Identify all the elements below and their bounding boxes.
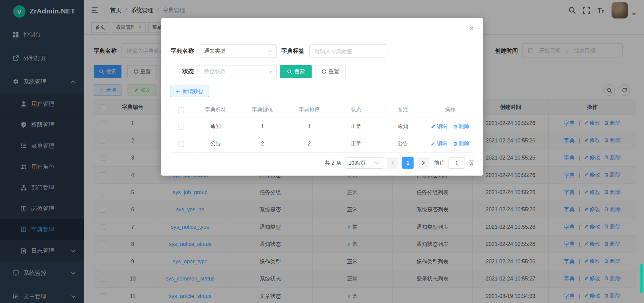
action-delete-link[interactable]: 删除 — [453, 123, 469, 130]
modal-col-header: 备注 — [379, 102, 426, 118]
dict-name-select-value: 通知类型 — [204, 47, 226, 55]
action-delete-link[interactable]: 删除 — [453, 140, 469, 147]
close-icon[interactable]: × — [469, 24, 474, 32]
dict-label-input[interactable] — [309, 44, 387, 57]
cell-dict-value: 2 — [239, 135, 286, 152]
modal-table-row: 公告 2 2 正常 公告 编辑 删除 — [170, 135, 474, 152]
modal-reset-button[interactable]: 重置 — [315, 65, 346, 78]
cell-dict-sort: 1 — [286, 118, 333, 135]
chevron-right-icon — [421, 161, 425, 166]
modal-dict-label-label: 字典标签 — [277, 47, 309, 55]
dict-data-table: 字典标签字典键值字典排序状态备注操作 通知 1 1 正常 通知 — [170, 102, 474, 153]
pagination-total: 共 2 条 — [325, 159, 341, 167]
cell-status: 正常 — [333, 135, 380, 152]
page-1-button[interactable]: 1 — [402, 157, 414, 169]
scrollbar-thumb[interactable] — [640, 264, 643, 293]
plus-icon — [175, 89, 180, 94]
app-window: V ZrAdmin.NET 控制台 外部打开 系统管理 — [0, 0, 644, 303]
chevron-left-icon — [391, 161, 394, 166]
modal-status-label: 状态 — [170, 68, 199, 75]
modal-table-header-row: 字典标签字典键值字典排序状态备注操作 — [170, 102, 474, 118]
cell-dict-sort: 2 — [286, 135, 333, 152]
dict-data-dialog: × 字典名称 通知类型 字典标签 状态 数据状态 搜索 重置 — [161, 18, 483, 176]
pencil-icon — [431, 141, 435, 146]
modal-col-header: 字典标签 — [192, 102, 239, 118]
modal-col-header: 字典排序 — [286, 102, 333, 118]
page-unit-label: 页 — [469, 159, 474, 167]
action-edit-link[interactable]: 编辑 — [431, 123, 447, 130]
cell-remark: 公告 — [379, 135, 426, 152]
goto-page-input[interactable] — [448, 157, 465, 169]
search-icon — [287, 69, 292, 74]
pencil-icon — [431, 124, 435, 128]
cell-status: 正常 — [333, 118, 380, 135]
page-size-select[interactable]: 10条/页 — [345, 157, 383, 169]
modal-table-row: 通知 1 1 正常 通知 编辑 删除 — [170, 118, 474, 135]
add-data-button[interactable]: 新增数据 — [170, 86, 209, 97]
cell-dict-label: 公告 — [192, 135, 239, 152]
status-select[interactable]: 数据状态 — [199, 65, 277, 78]
modal-col-header: 操作 — [426, 102, 474, 118]
cell-remark: 通知 — [379, 118, 426, 135]
select-all-checkbox[interactable] — [178, 107, 184, 113]
cell-dict-value: 1 — [239, 118, 286, 135]
row-checkbox[interactable] — [178, 141, 184, 147]
pagination: 共 2 条 10条/页 1 前往 页 — [170, 157, 474, 169]
modal-search-button[interactable]: 搜索 — [280, 65, 312, 78]
modal-col-header: 字典键值 — [239, 102, 286, 118]
dict-name-select[interactable]: 通知类型 — [199, 44, 277, 57]
modal-col-header: 状态 — [333, 102, 380, 118]
chevron-down-icon — [375, 162, 379, 164]
modal-dict-name-label: 字典名称 — [170, 47, 199, 55]
chevron-down-icon — [269, 50, 273, 52]
action-edit-link[interactable]: 编辑 — [431, 140, 447, 147]
next-page-button[interactable] — [417, 157, 429, 169]
row-checkbox[interactable] — [178, 124, 184, 129]
status-select-placeholder: 数据状态 — [204, 68, 226, 75]
trash-icon — [453, 141, 457, 146]
trash-icon — [453, 124, 457, 128]
cell-dict-label: 通知 — [192, 118, 239, 135]
prev-page-button[interactable] — [387, 157, 398, 169]
chevron-down-icon — [269, 70, 273, 73]
refresh-icon — [322, 69, 327, 74]
goto-label: 前往 — [434, 159, 445, 167]
